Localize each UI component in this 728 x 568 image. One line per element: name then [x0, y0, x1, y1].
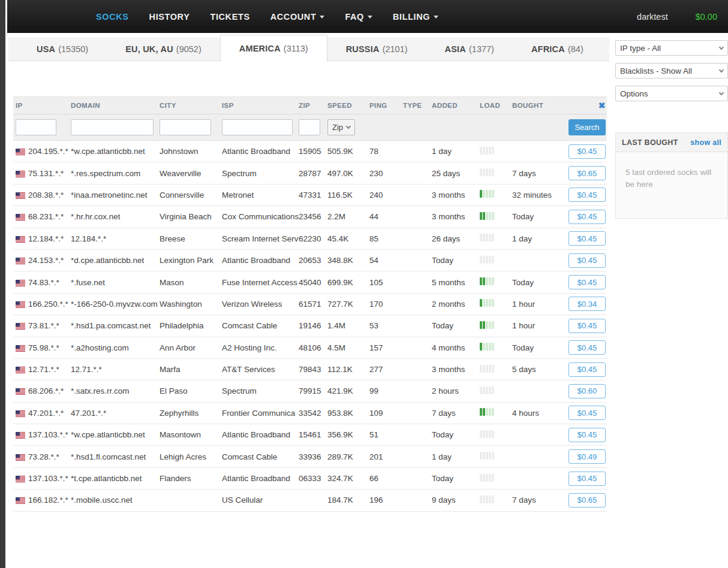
close-icon[interactable]: ✖	[598, 101, 606, 110]
ip-filter-input[interactable]	[16, 119, 56, 135]
isp-value: Metronet	[222, 191, 299, 200]
buy-button[interactable]: $0.45	[568, 253, 606, 268]
isp-value: Scream Internet Serv	[222, 234, 299, 243]
buy-button[interactable]: $0.45	[568, 472, 606, 486]
bought-value: 1 hour	[512, 321, 566, 330]
ping-value: 196	[369, 496, 403, 504]
tab-asia[interactable]: ASIA (1377)	[426, 37, 513, 61]
last-bought-panel: LAST BOUGHT show all 5 last ordered sock…	[615, 132, 728, 219]
isp-value: Comcast Cable	[222, 452, 299, 461]
buy-button[interactable]: $0.45	[568, 428, 606, 442]
balance-link[interactable]: $0.00	[696, 12, 717, 22]
tab-america[interactable]: AMERICA (3113)	[220, 35, 327, 62]
ip-value: 47.201.*.*	[28, 409, 64, 418]
buy-button[interactable]: $0.60	[568, 384, 606, 398]
load-indicator	[480, 277, 494, 285]
speed-value: 497.0K	[327, 169, 369, 178]
zip-value: 79843	[299, 365, 327, 374]
caret-down-icon	[434, 16, 438, 19]
buy-button[interactable]: $0.45	[568, 210, 606, 224]
buy-button[interactable]: $0.45	[568, 231, 606, 246]
buy-button[interactable]: $0.65	[568, 166, 606, 180]
load-indicator	[480, 168, 494, 176]
zip-filter-input[interactable]	[299, 119, 320, 135]
blacklists-select[interactable]: Blacklists - Show All	[615, 63, 728, 78]
ping-value: 51	[369, 430, 403, 439]
added-value: 9 days	[432, 496, 480, 504]
zip-value: 20653	[299, 256, 327, 265]
col-load: LOAD	[480, 102, 512, 109]
nav-item-tickets[interactable]: TICKETS	[210, 12, 249, 22]
isp-value: AT&T Services	[222, 365, 299, 374]
speed-value: 505.9K	[327, 147, 369, 156]
socks-row: 75.98.*.* *.a2hosting.com Ann Arbor A2 H…	[13, 337, 607, 359]
city-value: Philadelphia	[160, 321, 222, 330]
buy-button[interactable]: $0.49	[568, 449, 606, 464]
city-value: Mason	[160, 278, 222, 287]
domain-value: *.satx.res.rr.com	[71, 386, 160, 395]
added-value: Today	[432, 321, 480, 330]
show-all-link[interactable]: show all	[690, 138, 721, 147]
zip-value: 79915	[299, 386, 327, 395]
speed-value: 116.5K	[327, 191, 369, 200]
region-tabs: USA (15350) EU, UK, AU (9052) AMERICA (3…	[8, 37, 609, 61]
last-bought-title: LAST BOUGHT	[622, 138, 678, 147]
buy-button[interactable]: $0.45	[568, 319, 606, 333]
search-button[interactable]: Search	[568, 119, 606, 135]
nav-item-history[interactable]: HISTORY	[149, 12, 190, 22]
socks-row: 166.182.*.* *.mobile.uscc.net US Cellula…	[13, 490, 607, 511]
socks-row: 12.71.*.* 12.71.*.* Marfa AT&T Services …	[13, 359, 607, 380]
tab-russia[interactable]: RUSSIA (2101)	[327, 37, 426, 61]
buy-button[interactable]: $0.45	[568, 188, 606, 202]
ping-value: 53	[369, 321, 403, 330]
buy-button[interactable]: $0.45	[568, 275, 606, 289]
zip-mode-select[interactable]: Zip	[327, 119, 355, 135]
city-filter-input[interactable]	[160, 119, 211, 135]
buy-button[interactable]: $0.45	[568, 406, 606, 420]
tab-africa[interactable]: AFRICA (84)	[513, 37, 602, 61]
col-zip: ZIP	[299, 102, 327, 109]
socks-row: 68.231.*.* *.hr.hr.cox.net Virginia Beac…	[13, 206, 607, 228]
isp-value: A2 Hosting Inc.	[222, 343, 299, 352]
us-flag-icon	[16, 235, 25, 242]
username-link[interactable]: darktest	[637, 12, 668, 22]
tab-usa[interactable]: USA (15350)	[18, 37, 107, 61]
us-flag-icon	[16, 366, 25, 373]
added-value: Today	[432, 430, 480, 439]
ip-value: 75.131.*.*	[28, 169, 64, 178]
options-select[interactable]: Options	[615, 86, 728, 101]
zip-value: 48106	[299, 343, 327, 352]
nav-item-account[interactable]: ACCOUNT	[270, 12, 325, 22]
ip-type-select[interactable]: IP type - All	[615, 40, 728, 56]
buy-button[interactable]: $0.45	[568, 144, 606, 159]
nav-item-faq[interactable]: FAQ	[345, 12, 372, 22]
ip-value: 73.81.*.*	[28, 321, 59, 330]
buy-button[interactable]: $0.65	[568, 493, 606, 507]
isp-filter-input[interactable]	[222, 119, 293, 135]
tab-eu-uk-au[interactable]: EU, UK, AU (9052)	[107, 37, 220, 61]
city-value: Connersville	[160, 191, 222, 200]
domain-filter-input[interactable]	[71, 119, 154, 135]
socks-row: 24.153.*.* *d.cpe.atlanticbb.net Lexingt…	[13, 250, 607, 271]
added-value: 25 days	[432, 169, 480, 178]
added-value: 5 months	[432, 278, 480, 287]
us-flag-icon	[16, 475, 25, 482]
bought-value: 32 minutes	[512, 191, 566, 200]
us-flag-icon	[16, 497, 25, 503]
isp-value: Atlantic Broadband	[222, 147, 299, 156]
isp-value: Atlantic Broadband	[222, 474, 299, 483]
buy-button[interactable]: $0.34	[568, 297, 606, 311]
nav-item-billing[interactable]: BILLING	[393, 12, 438, 22]
nav-item-socks[interactable]: SOCKS	[96, 12, 129, 22]
socks-row: 73.81.*.* *.hsd1.pa.comcast.net Philadel…	[13, 315, 607, 337]
buy-button[interactable]: $0.45	[568, 340, 606, 355]
domain-value: *.fuse.net	[71, 278, 160, 287]
load-indicator	[480, 234, 494, 241]
ip-value: 166.250.*.*	[28, 300, 68, 309]
nav-account-area: darktest $0.00	[637, 12, 717, 22]
speed-value: 356.9K	[327, 430, 369, 439]
zip-value: 15905	[299, 147, 327, 156]
buy-button[interactable]: $0.45	[568, 362, 606, 377]
zip-value: 28787	[299, 169, 327, 178]
added-value: 2 months	[432, 300, 480, 309]
